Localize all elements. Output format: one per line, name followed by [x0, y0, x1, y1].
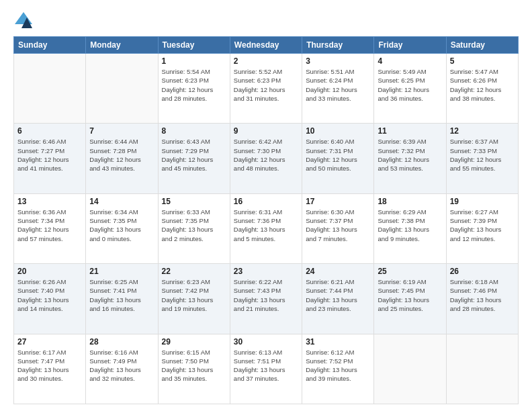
weekday-header-saturday: Saturday	[446, 37, 518, 54]
calendar-cell: 22Sunrise: 6:23 AM Sunset: 7:42 PM Dayli…	[158, 264, 230, 334]
calendar-cell: 19Sunrise: 6:27 AM Sunset: 7:39 PM Dayli…	[446, 193, 518, 263]
day-info: Sunrise: 6:42 AM Sunset: 7:30 PM Dayligh…	[234, 137, 298, 173]
day-info: Sunrise: 5:47 AM Sunset: 6:26 PM Dayligh…	[450, 67, 515, 103]
day-info: Sunrise: 6:12 AM Sunset: 7:52 PM Dayligh…	[306, 348, 370, 383]
calendar-cell: 6Sunrise: 6:46 AM Sunset: 7:27 PM Daylig…	[14, 124, 86, 193]
day-info: Sunrise: 6:36 AM Sunset: 7:34 PM Dayligh…	[17, 208, 82, 243]
calendar-cell: 2Sunrise: 5:52 AM Sunset: 6:23 PM Daylig…	[230, 54, 302, 124]
calendar-cell	[86, 54, 158, 124]
calendar-cell: 29Sunrise: 6:15 AM Sunset: 7:50 PM Dayli…	[158, 334, 230, 404]
day-number: 16	[234, 197, 298, 206]
weekday-header-thursday: Thursday	[302, 37, 374, 54]
weekday-header-friday: Friday	[374, 37, 446, 54]
calendar-cell: 31Sunrise: 6:12 AM Sunset: 7:52 PM Dayli…	[302, 334, 374, 404]
svg-marker-0	[15, 12, 32, 24]
page: SundayMondayTuesdayWednesdayThursdayFrid…	[0, 0, 532, 411]
week-row-4: 20Sunrise: 6:26 AM Sunset: 7:40 PM Dayli…	[14, 264, 519, 334]
day-number: 14	[89, 197, 154, 206]
day-number: 18	[378, 197, 442, 206]
day-info: Sunrise: 6:19 AM Sunset: 7:45 PM Dayligh…	[378, 277, 442, 313]
day-number: 15	[162, 197, 226, 206]
calendar-cell: 3Sunrise: 5:51 AM Sunset: 6:24 PM Daylig…	[302, 54, 374, 124]
calendar-cell: 25Sunrise: 6:19 AM Sunset: 7:45 PM Dayli…	[374, 264, 446, 334]
day-number: 8	[162, 126, 226, 136]
day-number: 12	[450, 126, 515, 136]
calendar-cell: 1Sunrise: 5:54 AM Sunset: 6:23 PM Daylig…	[158, 54, 230, 124]
day-info: Sunrise: 6:29 AM Sunset: 7:38 PM Dayligh…	[378, 208, 442, 243]
day-number: 13	[17, 197, 82, 206]
day-number: 28	[89, 337, 154, 347]
day-info: Sunrise: 5:51 AM Sunset: 6:24 PM Dayligh…	[306, 67, 370, 103]
calendar-cell: 12Sunrise: 6:37 AM Sunset: 7:33 PM Dayli…	[446, 124, 518, 193]
day-number: 31	[306, 337, 370, 347]
day-info: Sunrise: 6:46 AM Sunset: 7:27 PM Dayligh…	[17, 137, 82, 173]
day-number: 2	[234, 56, 298, 66]
day-info: Sunrise: 6:21 AM Sunset: 7:44 PM Dayligh…	[306, 277, 370, 313]
week-row-3: 13Sunrise: 6:36 AM Sunset: 7:34 PM Dayli…	[14, 193, 519, 263]
calendar-cell: 11Sunrise: 6:39 AM Sunset: 7:32 PM Dayli…	[374, 124, 446, 193]
calendar-cell: 10Sunrise: 6:40 AM Sunset: 7:31 PM Dayli…	[302, 124, 374, 193]
week-row-5: 27Sunrise: 6:17 AM Sunset: 7:47 PM Dayli…	[14, 334, 519, 404]
week-row-1: 1Sunrise: 5:54 AM Sunset: 6:23 PM Daylig…	[14, 54, 519, 124]
day-info: Sunrise: 6:34 AM Sunset: 7:35 PM Dayligh…	[89, 208, 154, 243]
calendar-cell: 28Sunrise: 6:16 AM Sunset: 7:49 PM Dayli…	[86, 334, 158, 404]
calendar-cell: 16Sunrise: 6:31 AM Sunset: 7:36 PM Dayli…	[230, 193, 302, 263]
calendar-cell: 7Sunrise: 6:44 AM Sunset: 7:28 PM Daylig…	[86, 124, 158, 193]
day-number: 24	[306, 267, 370, 276]
day-info: Sunrise: 6:13 AM Sunset: 7:51 PM Dayligh…	[234, 348, 298, 383]
calendar-cell: 15Sunrise: 6:33 AM Sunset: 7:35 PM Dayli…	[158, 193, 230, 263]
day-info: Sunrise: 6:25 AM Sunset: 7:41 PM Dayligh…	[89, 277, 154, 313]
calendar-cell: 14Sunrise: 6:34 AM Sunset: 7:35 PM Dayli…	[86, 193, 158, 263]
weekday-header-monday: Monday	[86, 37, 158, 54]
day-number: 29	[162, 337, 226, 347]
day-info: Sunrise: 6:33 AM Sunset: 7:35 PM Dayligh…	[162, 208, 226, 243]
weekday-header-sunday: Sunday	[14, 37, 86, 54]
calendar-cell: 18Sunrise: 6:29 AM Sunset: 7:38 PM Dayli…	[374, 193, 446, 263]
logo	[13, 11, 35, 30]
calendar-cell: 23Sunrise: 6:22 AM Sunset: 7:43 PM Dayli…	[230, 264, 302, 334]
day-number: 25	[378, 267, 442, 276]
logo-icon	[13, 11, 34, 30]
weekday-header-tuesday: Tuesday	[158, 37, 230, 54]
day-number: 11	[378, 126, 442, 136]
day-number: 7	[89, 126, 154, 136]
day-number: 22	[162, 267, 226, 276]
calendar-table: SundayMondayTuesdayWednesdayThursdayFrid…	[13, 36, 519, 404]
day-number: 4	[378, 56, 442, 66]
day-info: Sunrise: 5:52 AM Sunset: 6:23 PM Dayligh…	[234, 67, 298, 103]
day-number: 19	[450, 197, 515, 206]
day-info: Sunrise: 6:44 AM Sunset: 7:28 PM Dayligh…	[89, 137, 154, 173]
day-info: Sunrise: 5:49 AM Sunset: 6:25 PM Dayligh…	[378, 67, 442, 103]
day-info: Sunrise: 5:54 AM Sunset: 6:23 PM Dayligh…	[162, 67, 226, 103]
day-info: Sunrise: 6:40 AM Sunset: 7:31 PM Dayligh…	[306, 137, 370, 173]
calendar-cell: 8Sunrise: 6:43 AM Sunset: 7:29 PM Daylig…	[158, 124, 230, 193]
calendar-cell: 4Sunrise: 5:49 AM Sunset: 6:25 PM Daylig…	[374, 54, 446, 124]
calendar-cell: 13Sunrise: 6:36 AM Sunset: 7:34 PM Dayli…	[14, 193, 86, 263]
calendar-cell: 26Sunrise: 6:18 AM Sunset: 7:46 PM Dayli…	[446, 264, 518, 334]
weekday-header-row: SundayMondayTuesdayWednesdayThursdayFrid…	[14, 37, 519, 54]
day-info: Sunrise: 6:17 AM Sunset: 7:47 PM Dayligh…	[17, 348, 82, 383]
day-number: 10	[306, 126, 370, 136]
day-number: 1	[162, 56, 226, 66]
day-number: 26	[450, 267, 515, 276]
calendar-cell: 21Sunrise: 6:25 AM Sunset: 7:41 PM Dayli…	[86, 264, 158, 334]
day-info: Sunrise: 6:26 AM Sunset: 7:40 PM Dayligh…	[17, 277, 82, 313]
day-number: 3	[306, 56, 370, 66]
calendar-cell: 9Sunrise: 6:42 AM Sunset: 7:30 PM Daylig…	[230, 124, 302, 193]
day-info: Sunrise: 6:30 AM Sunset: 7:37 PM Dayligh…	[306, 208, 370, 243]
calendar-cell: 30Sunrise: 6:13 AM Sunset: 7:51 PM Dayli…	[230, 334, 302, 404]
calendar-cell: 20Sunrise: 6:26 AM Sunset: 7:40 PM Dayli…	[14, 264, 86, 334]
day-info: Sunrise: 6:16 AM Sunset: 7:49 PM Dayligh…	[89, 348, 154, 383]
day-number: 9	[234, 126, 298, 136]
day-info: Sunrise: 6:15 AM Sunset: 7:50 PM Dayligh…	[162, 348, 226, 383]
day-number: 27	[17, 337, 82, 347]
calendar-cell: 17Sunrise: 6:30 AM Sunset: 7:37 PM Dayli…	[302, 193, 374, 263]
calendar-cell: 5Sunrise: 5:47 AM Sunset: 6:26 PM Daylig…	[446, 54, 518, 124]
day-number: 5	[450, 56, 515, 66]
calendar-cell	[374, 334, 446, 404]
calendar-cell	[446, 334, 518, 404]
day-number: 21	[89, 267, 154, 276]
day-info: Sunrise: 6:18 AM Sunset: 7:46 PM Dayligh…	[450, 277, 515, 313]
weekday-header-wednesday: Wednesday	[230, 37, 302, 54]
calendar-cell: 27Sunrise: 6:17 AM Sunset: 7:47 PM Dayli…	[14, 334, 86, 404]
